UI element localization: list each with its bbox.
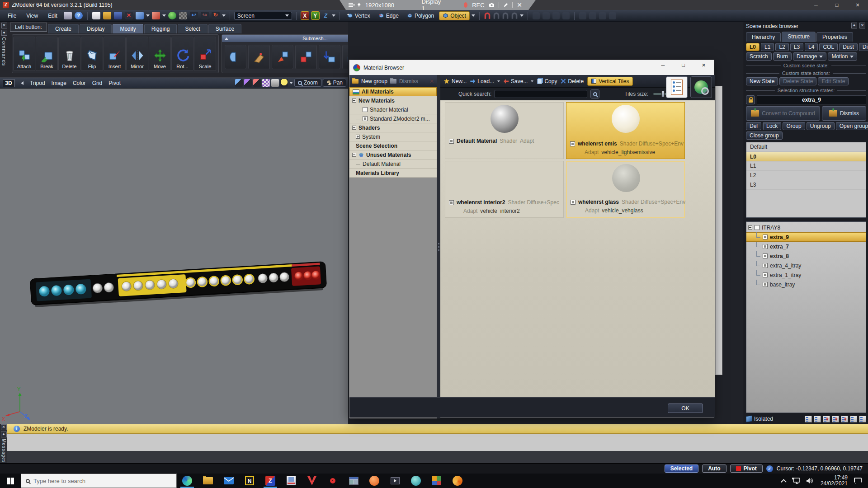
auto-button[interactable]: Auto — [702, 465, 726, 473]
extra-8-checkbox[interactable] — [763, 253, 768, 258]
insert-button[interactable]: Insert — [104, 37, 126, 71]
refresh-icon[interactable]: ↻ — [212, 12, 220, 19]
list-view-button[interactable] — [666, 76, 688, 98]
expand-plus-icon[interactable] — [356, 135, 360, 139]
base-itray-checkbox[interactable] — [763, 282, 768, 287]
viewport-view-button[interactable]: 3D — [3, 79, 14, 87]
itray8-checkbox[interactable] — [755, 225, 760, 230]
state-l4-button[interactable]: L4 — [805, 43, 818, 51]
menu-icon[interactable] — [349, 3, 353, 7]
save-material-button[interactable]: Save... — [504, 78, 533, 84]
tree-tool-1-icon[interactable] — [805, 416, 812, 422]
tool-icon-4[interactable] — [562, 12, 570, 19]
viewport-back-icon[interactable] — [21, 81, 24, 85]
taskbar-icon-edge[interactable] — [177, 474, 198, 488]
taskbar-icon-window-app[interactable] — [343, 474, 364, 488]
viewport-canvas[interactable]: Y Z X — [0, 89, 348, 424]
flip-button[interactable]: Flip — [81, 37, 103, 71]
taskbar-icon-explorer[interactable] — [198, 474, 218, 488]
delete-state-button[interactable]: Delete State — [779, 77, 816, 85]
tool-icon-3[interactable] — [552, 12, 560, 19]
tree-item-all-materials[interactable]: All Materials — [349, 87, 437, 96]
taskbar-icon-tiles-app[interactable] — [426, 474, 447, 488]
tree-node-extra-7[interactable]: extra_7 — [746, 242, 866, 251]
new-state-button[interactable]: New State — [746, 77, 778, 85]
tab-display[interactable]: Display — [80, 24, 112, 33]
vpmenu-image[interactable]: Image — [52, 80, 66, 86]
close-button[interactable]: ✕ — [847, 0, 868, 10]
slider-thumb[interactable] — [661, 91, 665, 97]
state-col-button[interactable]: COL — [819, 43, 838, 51]
copy-material-button[interactable]: Copy — [537, 78, 557, 84]
tool-icon-5[interactable] — [579, 12, 586, 19]
save-file-icon[interactable] — [114, 12, 122, 19]
export-icon[interactable] — [136, 12, 144, 19]
state-damage-button[interactable]: Damage — [793, 52, 826, 61]
mode-vertex-button[interactable]: Vertex — [344, 12, 373, 20]
vpmenu-pivot[interactable]: Pivot — [108, 80, 121, 86]
collapse-minus-icon[interactable] — [352, 153, 356, 157]
state-l2-button[interactable]: L2 — [775, 43, 788, 51]
pan-button[interactable]: Pan — [323, 79, 346, 87]
toolbar-more-icon[interactable] — [222, 14, 226, 17]
material-tile-default[interactable]: Default MaterialShaderAdapt — [445, 102, 564, 159]
new-material-button[interactable]: New... — [444, 78, 467, 84]
draw-purple-icon[interactable] — [244, 79, 252, 87]
tree-tool-2-icon[interactable] — [814, 416, 821, 422]
viewport-more-icon[interactable] — [289, 82, 293, 84]
collapse-minus-icon[interactable] — [352, 126, 356, 130]
commands-close-icon[interactable]: ✕ — [1, 23, 7, 28]
state-burn-button[interactable]: Burn — [773, 52, 792, 61]
mirror-button[interactable]: Mirror — [126, 37, 148, 71]
material-tile-whelenrst-interior2[interactable]: whelenrst interior2Shader Diffuse+Spec A… — [445, 161, 564, 218]
menu-edit[interactable]: Edit — [44, 11, 61, 20]
import-dropdown-icon[interactable] — [162, 14, 166, 17]
tree-item-scene-selection[interactable]: Scene Selection — [349, 141, 437, 150]
tree-tool-5-icon[interactable] — [841, 416, 848, 422]
zoom-button[interactable]: Zoom — [294, 79, 321, 87]
pencil-icon[interactable] — [504, 2, 508, 8]
break-button[interactable]: Break — [36, 37, 58, 71]
state-dust-button[interactable]: Dust — [839, 43, 858, 51]
material-tile-whelenrst-emis[interactable]: whelenrst emisShader Diffuse+Spec+Env Ad… — [566, 102, 685, 159]
vpmenu-color[interactable]: Color — [73, 80, 86, 86]
dialog-minimize-button[interactable]: ─ — [653, 60, 673, 70]
dismiss-compound-button[interactable]: Dismiss — [822, 106, 866, 121]
submesh-tool-4[interactable] — [295, 45, 317, 69]
move-button[interactable]: Move — [149, 37, 171, 71]
tab-create[interactable]: Create — [48, 24, 79, 33]
ungroup-button[interactable]: Ungroup — [807, 122, 835, 130]
collapse-minus-icon[interactable] — [748, 225, 752, 230]
extra-4-itray-checkbox[interactable] — [763, 263, 768, 268]
state-row-l2[interactable]: L2 — [746, 171, 866, 180]
state-row-l1[interactable]: L1 — [746, 161, 866, 171]
tool-icon-8[interactable] — [609, 12, 616, 19]
material-checkbox[interactable] — [570, 141, 575, 146]
snap-magnet-4-icon[interactable] — [511, 12, 518, 19]
commands-pin-icon[interactable]: ● — [1, 30, 7, 36]
group-delete-icon[interactable]: ✕ — [429, 78, 434, 84]
panel-close-icon[interactable]: ✕ — [859, 23, 865, 28]
state-dirt-button[interactable]: Dirt — [859, 43, 868, 51]
lock-button[interactable]: Lock — [763, 122, 781, 130]
search-button[interactable] — [590, 89, 599, 99]
taskbar-icon-zmodeler[interactable]: Z — [260, 474, 281, 488]
tab-properties[interactable]: Properties — [816, 32, 853, 42]
menu-view[interactable]: View — [22, 11, 42, 20]
mode-edge-button[interactable]: Edge — [375, 12, 402, 20]
speaker-icon[interactable] — [807, 478, 814, 484]
state-motion-button[interactable]: Motion — [828, 52, 857, 61]
tree-node-base-itray[interactable]: base_itray — [746, 280, 866, 289]
mode-polygon-button[interactable]: Polygon — [404, 12, 437, 20]
tree-tool-4-icon[interactable] — [832, 416, 839, 422]
axis-more-icon[interactable] — [332, 14, 335, 17]
tree-tool-7-icon[interactable] — [859, 416, 866, 422]
tray-expand-icon[interactable] — [781, 479, 787, 485]
taskbar-icon-mail[interactable] — [218, 474, 239, 488]
extra-7-checkbox[interactable] — [763, 244, 768, 249]
tree-tool-3-icon[interactable] — [823, 416, 830, 422]
dismiss-group-button[interactable]: Dismiss — [399, 78, 418, 84]
group-button[interactable]: Group — [783, 122, 805, 130]
axis-z-button[interactable]: Z — [321, 11, 330, 20]
damage-dropdown-icon[interactable] — [819, 56, 823, 58]
